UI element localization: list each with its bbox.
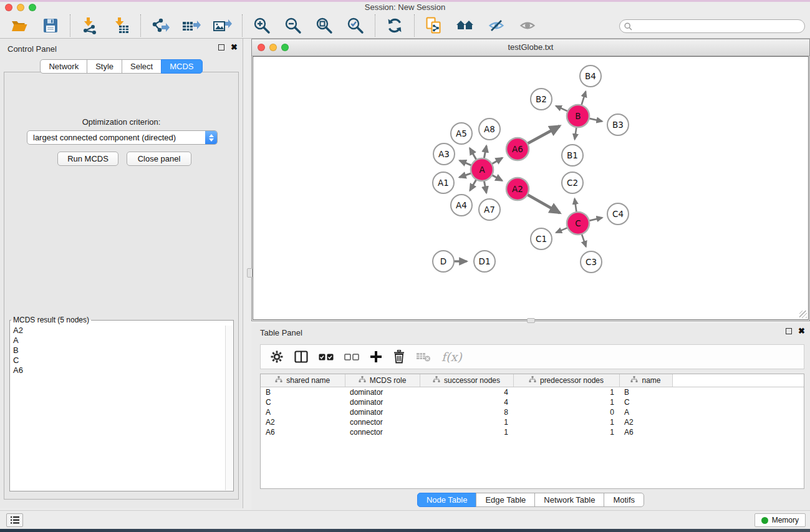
export-table-icon[interactable] <box>181 16 201 36</box>
zoom-selected-icon[interactable] <box>345 16 365 36</box>
graph-edge-B-B2[interactable] <box>556 106 568 112</box>
graph-node-A5[interactable]: A5 <box>451 123 472 144</box>
open-session-icon[interactable] <box>9 16 29 36</box>
graph-edge-C-C4[interactable] <box>589 218 602 221</box>
graph-edge-A-A4[interactable] <box>470 179 477 191</box>
column-header-name[interactable]: name <box>619 374 672 387</box>
graph-node-A8[interactable]: A8 <box>479 118 500 140</box>
table-row[interactable]: Adominator80A <box>261 407 804 417</box>
zoom-out-icon[interactable] <box>283 16 303 36</box>
graph-node-A7[interactable]: A7 <box>479 199 500 220</box>
mcds-result-item[interactable]: A2 <box>11 326 225 336</box>
graph-edge-C-C1[interactable] <box>556 228 569 233</box>
birds-eye-view-icon[interactable] <box>455 16 475 36</box>
graph-edge-A6-B[interactable] <box>527 126 560 144</box>
graph-edge-C-C2[interactable] <box>575 199 577 213</box>
close-panel-button[interactable]: Close panel <box>127 152 191 166</box>
graph-node-D1[interactable]: D1 <box>474 251 495 272</box>
import-table-icon[interactable] <box>111 16 131 36</box>
select-all-checkboxes-icon[interactable] <box>319 354 334 360</box>
graph-node-A2[interactable]: A2 <box>506 178 529 200</box>
graph-node-A6[interactable]: A6 <box>506 138 529 160</box>
graph-node-B1[interactable]: B1 <box>562 145 583 166</box>
import-network-icon[interactable] <box>80 16 100 36</box>
graph-node-C4[interactable]: C4 <box>607 203 629 225</box>
column-header-predecessor-nodes[interactable]: predecessor nodes <box>513 374 619 387</box>
delete-column-icon[interactable] <box>393 350 405 364</box>
graph-edge-B-B1[interactable] <box>575 127 577 140</box>
zoom-in-icon[interactable] <box>252 16 272 36</box>
apply-layout-icon[interactable] <box>385 16 405 36</box>
graph-node-B4[interactable]: B4 <box>580 65 601 87</box>
mcds-result-item[interactable]: C <box>11 355 225 365</box>
graph-node-A4[interactable]: A4 <box>451 195 472 216</box>
network-window-titlebar[interactable]: testGlobe.txt <box>252 39 809 56</box>
search-box[interactable] <box>619 19 805 33</box>
tab-network-table[interactable]: Network Table <box>534 493 604 507</box>
search-input[interactable] <box>635 21 804 31</box>
result-scrollbar[interactable] <box>225 326 233 490</box>
mcds-result-item[interactable]: B <box>11 346 225 355</box>
tab-network[interactable]: Network <box>40 59 87 74</box>
mcds-result-item[interactable]: A6 <box>11 365 225 375</box>
close-panel-icon[interactable]: ✖ <box>798 328 805 334</box>
add-column-icon[interactable] <box>370 351 382 363</box>
graph-node-A[interactable]: A <box>471 158 493 181</box>
tab-style[interactable]: Style <box>87 59 122 74</box>
memory-button[interactable]: Memory <box>755 513 806 527</box>
show-panels-icon[interactable] <box>518 16 538 36</box>
graph-node-C[interactable]: C <box>567 212 589 235</box>
task-history-button[interactable] <box>6 513 23 527</box>
float-panel-icon[interactable] <box>786 328 792 334</box>
column-header-shared-name[interactable]: shared name <box>261 374 345 387</box>
graph-edge-A-A3[interactable] <box>460 160 472 165</box>
deselect-all-checkboxes-icon[interactable] <box>344 354 359 360</box>
hide-panels-icon[interactable] <box>486 16 506 36</box>
criterion-dropdown[interactable]: largest connected component (directed) <box>27 130 218 145</box>
tab-node-table[interactable]: Node Table <box>417 493 477 507</box>
graph-edge-C-C3[interactable] <box>581 233 586 246</box>
save-session-icon[interactable] <box>41 16 60 36</box>
graph-edge-A-A5[interactable] <box>470 148 476 161</box>
tab-edge-table[interactable]: Edge Table <box>476 493 535 507</box>
graph-node-D[interactable]: D <box>433 251 454 272</box>
export-network-icon[interactable] <box>150 16 170 36</box>
function-builder-icon[interactable]: f(x) <box>441 350 462 364</box>
graph-edge-A-A6[interactable] <box>491 158 503 164</box>
graph-edge-A-A7[interactable] <box>484 180 486 193</box>
tab-motifs[interactable]: Motifs <box>604 493 644 507</box>
table-options-gear-icon[interactable] <box>270 350 284 364</box>
close-panel-icon[interactable]: ✖ <box>231 44 238 51</box>
graph-edge-B-B3[interactable] <box>589 118 602 122</box>
graph-edge-A2-C[interactable] <box>527 194 560 213</box>
graph-node-C1[interactable]: C1 <box>531 228 552 249</box>
table-row[interactable]: Bdominator41B <box>261 387 804 398</box>
graph-node-A3[interactable]: A3 <box>433 143 455 165</box>
vertical-splitter-grip[interactable] <box>247 268 253 278</box>
zoom-fit-icon[interactable] <box>314 16 334 36</box>
delete-table-icon[interactable] <box>416 351 431 362</box>
tab-mcds[interactable]: MCDS <box>161 59 202 74</box>
resize-grip-icon[interactable] <box>799 311 807 318</box>
split-view-icon[interactable] <box>294 351 308 363</box>
table-row[interactable]: Cdominator41C <box>261 397 804 407</box>
graph-node-A1[interactable]: A1 <box>433 172 454 193</box>
clone-network-icon[interactable] <box>424 16 444 36</box>
graph-node-B3[interactable]: B3 <box>607 114 629 135</box>
graph-node-C2[interactable]: C2 <box>562 172 583 193</box>
tab-select[interactable]: Select <box>122 59 162 74</box>
graph-edge-A-A2[interactable] <box>491 175 502 180</box>
run-mcds-button[interactable]: Run MCDS <box>57 152 118 166</box>
table-row[interactable]: A2connector11A2 <box>261 417 804 427</box>
graph-edge-A-A1[interactable] <box>460 173 472 177</box>
table-row[interactable]: A6connector11A6 <box>261 427 804 437</box>
column-header-successor-nodes[interactable]: successor nodes <box>420 374 513 387</box>
graph-node-B[interactable]: B <box>567 105 589 127</box>
mcds-result-item[interactable]: A <box>11 336 225 346</box>
horizontal-splitter-grip[interactable] <box>527 318 535 323</box>
export-image-icon[interactable] <box>213 16 233 36</box>
column-header-mcds-role[interactable]: MCDS role <box>345 374 420 387</box>
graph-edge-A-A8[interactable] <box>484 146 486 160</box>
float-panel-icon[interactable] <box>218 44 224 51</box>
network-canvas[interactable]: B4B2BB3A8A5A6A3B1AA1C2A2A4A7C4CC1C3DD1 <box>253 56 809 320</box>
